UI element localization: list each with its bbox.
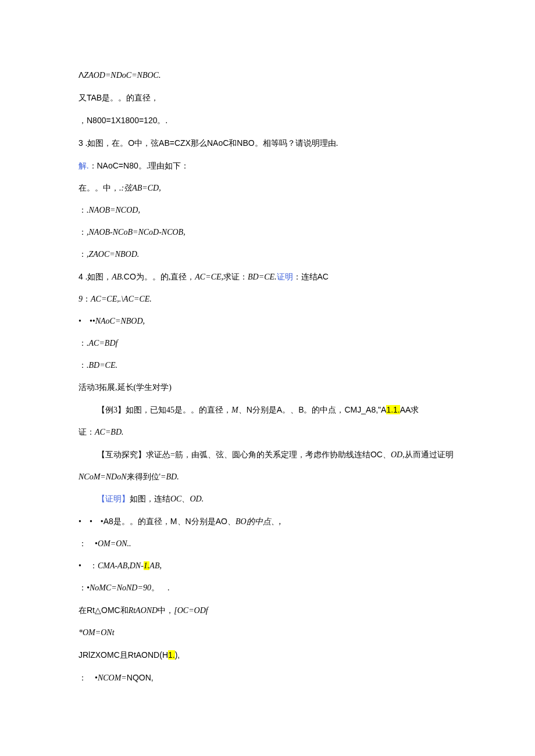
text-line: 又TAB是。。的直径， — [79, 87, 488, 109]
text-segment: .AC=BDf — [87, 339, 117, 347]
text-segment: AC=BD. — [95, 428, 124, 436]
text-line: • ••NAoC=NBOD, — [79, 310, 488, 332]
text-segment: 如图，连结 — [130, 495, 170, 503]
text-segment: N — [247, 405, 252, 414]
text-segment: NAoC=N80 — [97, 161, 138, 170]
text-segment: NBO — [237, 138, 254, 148]
text-segment: =BD. — [160, 472, 179, 481]
text-segment: CMJ_A8,"A — [344, 405, 386, 414]
text-segment: BO的中点、, — [236, 517, 281, 526]
text-segment: ), — [175, 650, 180, 660]
text-line: ：.AC=BDf — [79, 332, 488, 354]
text-segment: 又 — [79, 94, 87, 102]
text-segment: 1. — [168, 650, 175, 660]
text-segment: .如图，在。 — [85, 139, 129, 148]
text-line: ：,ZAOC=NBOD. — [79, 243, 488, 266]
text-line: ：•NoMC=NoND=90。 . — [79, 577, 488, 599]
text-line: ：.BD=CE. — [79, 354, 488, 377]
text-segment: 和 — [120, 606, 129, 615]
text-segment: ： — [83, 295, 91, 303]
text-segment: •NoMC=NoND=90 — [87, 583, 151, 592]
text-segment: 。、 — [282, 406, 298, 414]
text-line: • ：CMA-AB,DN-1.AB, — [79, 555, 488, 577]
text-segment: 、 — [181, 495, 190, 503]
text-line: 【互动探究】求证怂=筋，由弧、弦、圆心角的关系定理，考虑作协助线连结OC、OD,… — [79, 443, 488, 466]
text-segment: 和 — [229, 139, 237, 148]
text-segment: 来得到位' — [127, 472, 161, 481]
text-segment: AC=CE,.\AC=CE. — [91, 295, 152, 303]
text-line: 解.：NAoC=N80。.理由如下： — [79, 155, 488, 177]
text-segment: M — [231, 406, 238, 414]
text-segment: NAoC — [207, 138, 229, 148]
text-segment: AC — [318, 272, 329, 281]
text-segment: 在。。中， — [79, 184, 119, 192]
text-segment: 求 — [411, 406, 419, 414]
text-segment: Λ — [79, 70, 84, 80]
text-line: ，N800=1X1800=120。. — [79, 109, 488, 132]
text-segment: 证明 — [277, 273, 293, 281]
text-segment: RtAOND(H — [128, 650, 168, 660]
text-line: 9：AC=CE,.\AC=CE. — [79, 288, 488, 310]
document-page: ΛZAOD=NDoC=NBOC.又TAB是。。的直径，，N800=1X1800=… — [0, 0, 535, 736]
text-segment: 解. — [79, 162, 89, 170]
text-segment: 1. — [144, 561, 150, 570]
text-segment: OM=ON.. — [98, 539, 131, 548]
text-segment: 且 — [120, 651, 128, 660]
text-line: ： •NCOM=NQON, — [79, 667, 488, 689]
text-segment: 分别是 — [191, 517, 216, 526]
text-line: ： •OM=ON.. — [79, 533, 488, 555]
text-segment: 那么 — [191, 139, 207, 148]
text-segment: ： — [79, 206, 87, 214]
text-segment: OD, — [391, 450, 405, 459]
text-segment: 、 — [238, 406, 247, 414]
text-segment: 、 — [177, 517, 186, 526]
text-segment: AB. — [112, 273, 124, 281]
text-line: ΛZAOD=NDoC=NBOC. — [79, 64, 488, 87]
text-segment: 是。。的直径， — [113, 517, 170, 526]
text-line: ：.NAOB=NCOD, — [79, 199, 488, 221]
text-segment: •NAoC=NBOD, — [92, 317, 145, 325]
text-segment: 。.理由如下： — [138, 162, 190, 170]
text-segment: ： — [79, 250, 87, 259]
text-segment: OD. — [190, 495, 204, 503]
text-line: 证：AC=BD. — [79, 421, 488, 443]
text-line: ：,NAOB-NCoB=NCoD-NCOB, — [79, 221, 488, 243]
text-segment: 【例3】如图，已知45是。。的直径， — [97, 406, 231, 414]
text-segment: AC=CE, — [195, 273, 223, 281]
text-segment: • • • — [79, 517, 104, 526]
text-segment: [OC=ODf — [174, 606, 208, 615]
text-segment: .:弦AB=CD, — [119, 184, 161, 192]
text-segment: JRlZXOMC — [79, 650, 120, 660]
text-segment: CO — [124, 272, 136, 281]
text-segment: NCOM= — [98, 673, 127, 682]
text-line: 【例3】如图，已知45是。。的直径，M、N分别是A。、B。的中点，CMJ_A8,… — [79, 399, 488, 421]
text-segment: ： — [79, 339, 87, 347]
text-segment: AO — [216, 517, 227, 526]
text-segment: ： — [79, 228, 87, 237]
text-segment: 3 — [79, 138, 85, 148]
text-line: 在Rt△OMC和RtAOND中，[OC=ODf — [79, 599, 488, 622]
text-segment: ： — [79, 361, 87, 370]
text-line: 在。。中，.:弦AB=CD, — [79, 177, 488, 199]
text-segment: A — [277, 405, 282, 414]
text-segment: ， — [79, 116, 87, 125]
text-line: • • •A8是。。的直径，M、N分别是AO、BO的中点、, — [79, 510, 488, 533]
text-segment: AB, — [149, 561, 162, 570]
text-segment: 【互动探究】求证怂=筋，由弧、弦、圆心角的关系定理，考虑作协助线连结 — [97, 450, 370, 459]
text-segment: 。相等吗？请说明理由. — [255, 139, 338, 148]
text-line: 【证明】如图，连结OC、OD. — [79, 488, 488, 510]
text-segment: ： • — [79, 673, 98, 682]
text-segment: 、 — [383, 450, 391, 459]
text-line: NCoM=NDoN来得到位'=BD. — [79, 466, 488, 488]
text-segment: N800=1X1800=120 — [87, 116, 157, 125]
text-segment: AB=CZX — [159, 138, 191, 148]
text-segment: 为。。的,直径， — [136, 273, 195, 281]
text-segment: .NAOB=NCOD, — [87, 206, 140, 214]
text-segment: 、 — [227, 517, 236, 526]
text-segment: OC — [170, 495, 181, 503]
text-segment: 。的中点， — [304, 406, 344, 414]
text-segment: CMA-AB,DN- — [98, 561, 144, 570]
text-segment: 从而通过证明 — [405, 450, 454, 459]
text-line: 4 .如图，AB.CO为。。的,直径，AC=CE,求证：BD=CE.证明：连结A… — [79, 266, 488, 288]
text-segment: ZAOD=NDoC=NBOC. — [84, 71, 160, 80]
